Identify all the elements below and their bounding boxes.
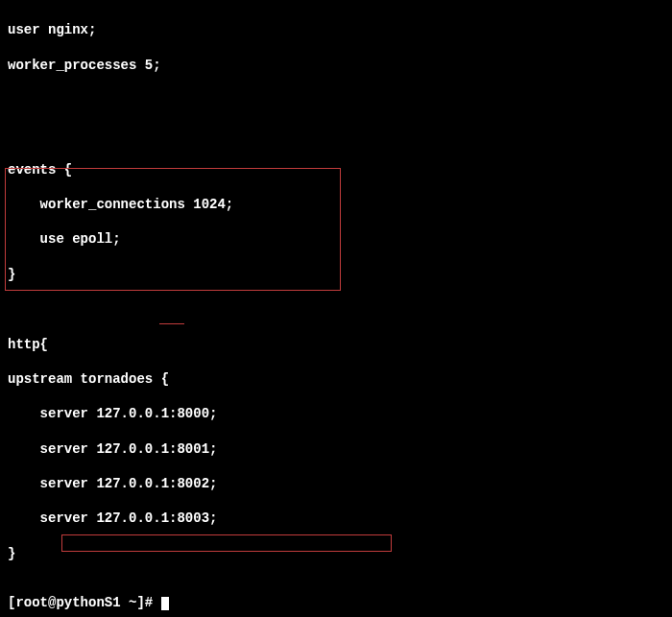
- cursor-icon: [161, 597, 169, 610]
- config-line: user nginx;: [8, 21, 664, 38]
- config-line: use epoll;: [8, 230, 664, 248]
- config-line: [8, 300, 664, 318]
- config-line: server 127.0.0.1:8003;: [8, 510, 664, 527]
- terminal-output: user nginx; worker_processes 5; events {…: [8, 4, 664, 617]
- config-line: worker_connections 1024;: [8, 196, 664, 213]
- shell-prompt: [root@pythonS1 ~]#: [8, 595, 161, 610]
- config-line: }: [8, 545, 664, 562]
- config-line: events {: [8, 161, 664, 178]
- shell-prompt-line[interactable]: [root@pythonS1 ~]#: [8, 594, 169, 611]
- config-line: }: [8, 266, 664, 283]
- config-line: [8, 91, 664, 108]
- config-line: [8, 126, 664, 143]
- config-line: http{: [8, 336, 664, 353]
- config-line: server 127.0.0.1:8002;: [8, 475, 664, 492]
- config-line: worker_processes 5;: [8, 57, 664, 74]
- config-line: server 127.0.0.1:8001;: [8, 440, 664, 458]
- config-line: server 127.0.0.1:8000;: [8, 405, 664, 422]
- config-line: upstream tornadoes {: [8, 370, 664, 388]
